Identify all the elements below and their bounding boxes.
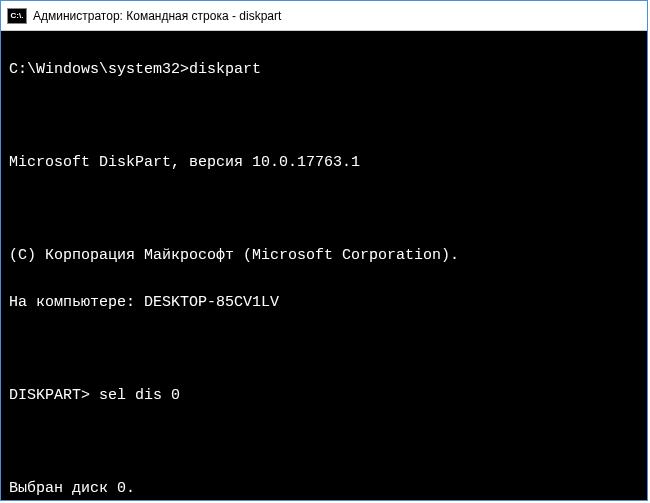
version-line: Microsoft DiskPart, версия 10.0.17763.1 bbox=[9, 151, 639, 174]
result-line: Выбран диск 0. bbox=[9, 477, 639, 500]
app-icon: C:\. bbox=[7, 8, 27, 24]
copyright-line: (С) Корпорация Майкрософт (Microsoft Cor… bbox=[9, 244, 639, 267]
window-title: Администратор: Командная строка - diskpa… bbox=[33, 9, 281, 23]
blank-line bbox=[9, 105, 639, 128]
titlebar[interactable]: C:\. Администратор: Командная строка - d… bbox=[1, 1, 647, 31]
blank-line bbox=[9, 430, 639, 453]
prompt-line: C:\Windows\system32>diskpart bbox=[9, 58, 639, 81]
blank-line bbox=[9, 198, 639, 221]
command-line: DISKPART> sel dis 0 bbox=[9, 384, 639, 407]
command-prompt-window: C:\. Администратор: Командная строка - d… bbox=[0, 0, 648, 501]
computer-line: На компьютере: DESKTOP-85CV1LV bbox=[9, 291, 639, 314]
terminal-output[interactable]: C:\Windows\system32>diskpart Microsoft D… bbox=[1, 31, 647, 500]
blank-line bbox=[9, 337, 639, 360]
